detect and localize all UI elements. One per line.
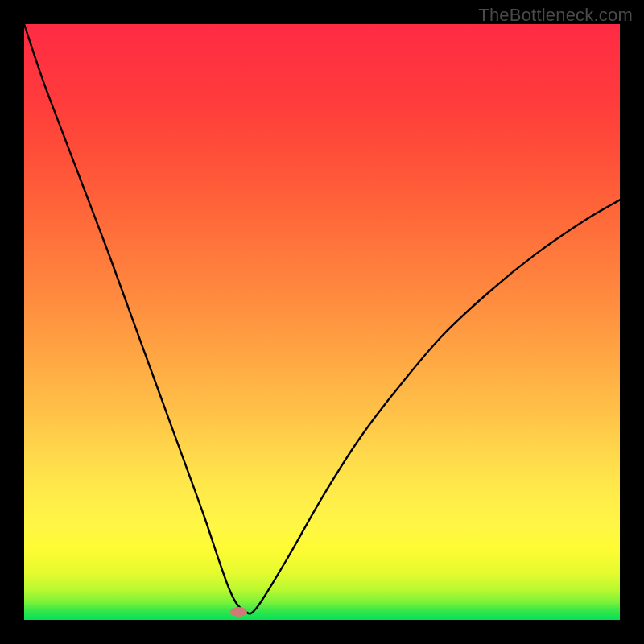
watermark-text: TheBottleneck.com [478, 5, 633, 26]
chart-frame: TheBottleneck.com [0, 0, 644, 644]
plot-area [24, 24, 620, 620]
bottleneck-curve [24, 24, 620, 620]
